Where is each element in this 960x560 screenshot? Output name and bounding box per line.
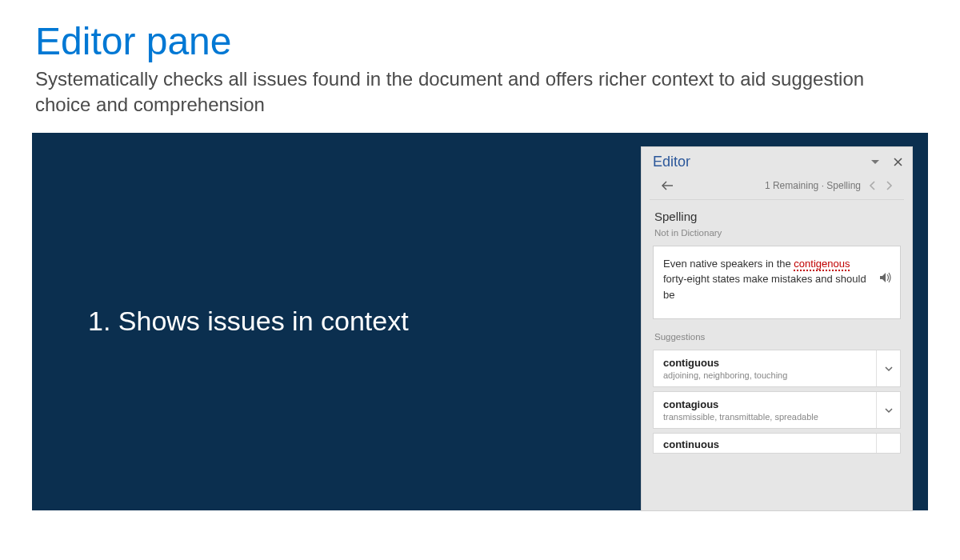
suggestion-word: contiguous <box>663 357 868 369</box>
context-sentence: Even native speakers in the contigenous … <box>653 246 901 320</box>
suggestion-dropdown[interactable] <box>876 392 900 428</box>
context-pre: Even native speakers in the <box>663 258 794 270</box>
close-icon[interactable] <box>894 158 902 166</box>
read-aloud-icon[interactable] <box>879 272 892 283</box>
suggestion-synonyms: adjoining, neighboring, touching <box>663 370 868 380</box>
pane-options-icon[interactable] <box>871 158 879 166</box>
suggestion-dropdown[interactable] <box>876 434 900 453</box>
pane-title: Editor <box>653 154 690 170</box>
pane-nav: 1 Remaining · Spelling <box>650 175 904 200</box>
issue-category: Spelling <box>642 200 912 225</box>
svg-marker-4 <box>880 273 886 282</box>
context-post: forty-eight states make mistakes and sho… <box>663 273 866 301</box>
pane-header: Editor <box>642 147 912 175</box>
suggestions-header: Suggestions <box>642 329 912 350</box>
suggestions-list: contiguous adjoining, neighboring, touch… <box>653 350 901 458</box>
next-issue-icon[interactable] <box>884 181 894 190</box>
remaining-label: 1 Remaining · Spelling <box>765 180 861 191</box>
suggestion-item[interactable]: contagious transmissible, transmittable,… <box>653 391 901 429</box>
prev-issue-icon[interactable] <box>867 181 878 190</box>
slide-title: Editor pane <box>35 19 960 63</box>
misspelled-word: contigenous <box>794 258 850 271</box>
suggestion-word: contagious <box>663 398 868 410</box>
slide-subtitle: Systematically checks all issues found i… <box>35 66 912 118</box>
content-band: 1. Shows issues in context Editor 1 Rema… <box>32 133 928 510</box>
suggestion-word: continuous <box>663 438 868 450</box>
svg-marker-0 <box>871 160 879 164</box>
caption-text: 1. Shows issues in context <box>88 306 409 337</box>
suggestion-synonyms: transmissible, transmittable, spreadable <box>663 412 868 422</box>
editor-pane: Editor 1 Remaining · Spelling <box>642 147 912 510</box>
caption-area: 1. Shows issues in context <box>32 133 642 510</box>
suggestion-item[interactable]: continuous <box>653 433 901 454</box>
suggestion-dropdown[interactable] <box>876 350 900 386</box>
back-icon[interactable] <box>661 181 674 190</box>
issue-reason: Not in Dictionary <box>642 225 912 246</box>
suggestion-item[interactable]: contiguous adjoining, neighboring, touch… <box>653 350 901 387</box>
